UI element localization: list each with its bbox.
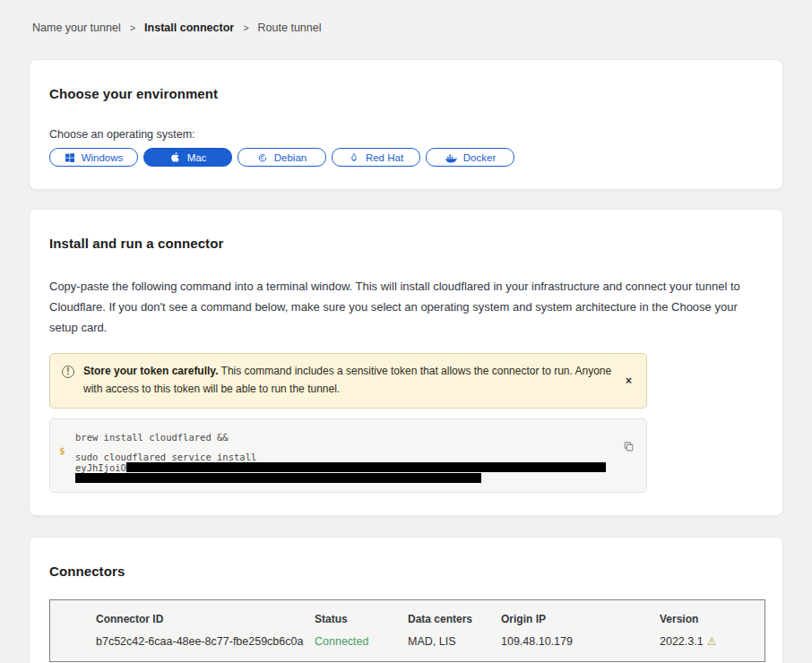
choose-environment-card: Choose your environment Choose an operat… xyxy=(29,59,783,190)
install-connector-card: Install and run a connector Copy-paste t… xyxy=(29,209,783,516)
version-value: 2022.3.1 ⚠ xyxy=(660,635,764,648)
close-icon[interactable]: × xyxy=(622,374,635,388)
debian-icon xyxy=(257,152,268,163)
os-button-group: Windows Mac Debian Red Hat Docker xyxy=(49,148,763,167)
redhat-icon xyxy=(349,152,359,163)
breadcrumb-name-your-tunnel[interactable]: Name your tunnel xyxy=(32,22,121,34)
choose-environment-title: Choose your environment xyxy=(49,86,763,101)
table-row: b7c52c42-6caa-48ee-8c77-fbe259cb6c0a Con… xyxy=(96,635,764,648)
token-prefix-text: eyJhIjoiO xyxy=(75,462,126,473)
breadcrumb: Name your tunnel > Install connector > R… xyxy=(0,0,812,34)
connectors-table: Connector ID Status Data centers Origin … xyxy=(49,599,765,662)
connectors-card: Connectors Connector ID Status Data cent… xyxy=(29,537,783,663)
token-line: eyJhIjoiO xyxy=(75,462,632,473)
install-description: Copy-paste the following command into a … xyxy=(49,277,763,338)
docker-icon xyxy=(445,152,457,163)
breadcrumb-install-connector[interactable]: Install connector xyxy=(144,22,234,34)
data-centers-value: MAD, LIS xyxy=(408,635,501,648)
connectors-title: Connectors xyxy=(49,564,763,579)
status-badge: Connected xyxy=(315,635,408,648)
breadcrumb-separator: > xyxy=(130,22,135,33)
column-header-origin-ip: Origin IP xyxy=(501,613,660,625)
code-line-brew-install: brew install cloudflared && xyxy=(75,432,632,443)
os-button-docker[interactable]: Docker xyxy=(426,148,514,167)
token-warning-text: Store your token carefully. This command… xyxy=(83,363,613,399)
os-button-mac[interactable]: Mac xyxy=(143,148,232,167)
operating-system-label: Choose an operating system: xyxy=(49,128,763,141)
column-header-version: Version xyxy=(660,613,764,625)
os-button-redhat[interactable]: Red Hat xyxy=(332,148,420,167)
shell-prompt: $ xyxy=(59,445,75,456)
apple-icon xyxy=(169,151,181,163)
windows-icon xyxy=(65,152,75,163)
os-button-label: Red Hat xyxy=(366,152,403,163)
os-button-debian[interactable]: Debian xyxy=(238,148,326,167)
column-header-status: Status xyxy=(315,613,408,625)
warning-triangle-icon: ⚠ xyxy=(707,636,717,647)
column-header-connector-id: Connector ID xyxy=(96,613,315,625)
breadcrumb-separator: > xyxy=(243,22,248,33)
os-button-label: Debian xyxy=(274,152,307,163)
token-warning-alert: ! Store your token carefully. This comma… xyxy=(49,353,647,409)
os-button-windows[interactable]: Windows xyxy=(49,148,138,167)
token-warning-bold: Store your token carefully. xyxy=(83,365,219,377)
connector-id-value: b7c52c42-6caa-48ee-8c77-fbe259cb6c0a xyxy=(96,635,315,648)
os-button-label: Mac xyxy=(187,152,207,163)
copy-icon[interactable] xyxy=(623,441,635,455)
breadcrumb-route-tunnel[interactable]: Route tunnel xyxy=(258,22,322,34)
os-button-label: Docker xyxy=(463,152,496,163)
install-command-codeblock: $ brew install cloudflared && sudo cloud… xyxy=(49,418,647,493)
code-line-service-install: sudo cloudflared service install xyxy=(75,452,632,462)
os-button-label: Windows xyxy=(82,152,124,163)
origin-ip-value: 109.48.10.179 xyxy=(501,635,660,648)
info-circle-icon: ! xyxy=(62,366,74,378)
token-redaction-bar xyxy=(126,462,606,472)
connectors-table-header: Connector ID Status Data centers Origin … xyxy=(96,613,764,625)
install-connector-title: Install and run a connector xyxy=(49,236,763,251)
column-header-data-centers: Data centers xyxy=(408,613,501,625)
token-redaction-bar xyxy=(75,473,481,483)
